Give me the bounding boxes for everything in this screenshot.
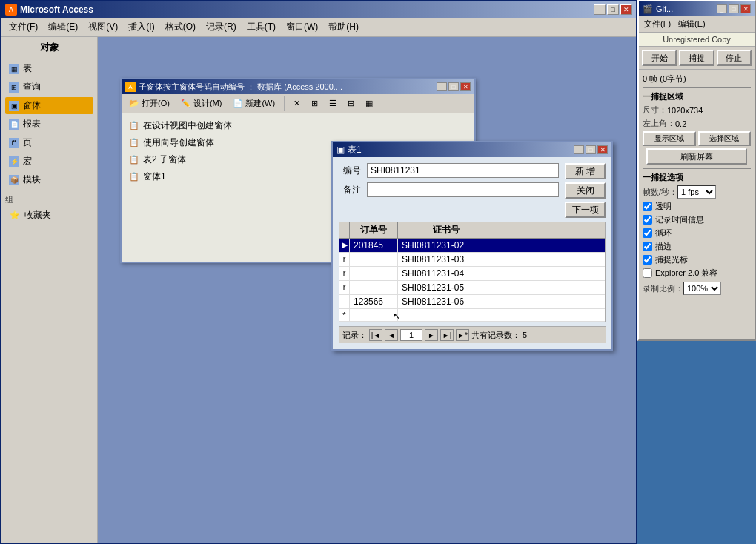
sidebar-item-macro[interactable]: ⚡ 宏 (5, 153, 93, 170)
gif-minimize-button[interactable]: _ (717, 4, 727, 13)
table-row[interactable]: ▶ 201845 SHI0811231-02 (339, 239, 605, 253)
nav-label-query: 查询 (23, 81, 41, 93)
size-row: 尺寸： 756x544 (643, 105, 751, 116)
start-button[interactable]: 开始 (642, 50, 677, 66)
db-tool3[interactable]: ☰ (325, 96, 341, 110)
menu-view[interactable]: 视图(V) (84, 19, 122, 35)
navigation-bar: 记录： |◄ ◄ ► ►| ►* 共有记录数： 5 (339, 326, 606, 343)
sidebar-item-module[interactable]: 📦 模块 (5, 171, 93, 188)
close-form-button[interactable]: 关闭 (565, 182, 606, 199)
gif-title-left: 🎬 Gif... (643, 4, 673, 14)
db-toolbar: 📂 打开(O) ✏️ 设计(M) 📄 新建(W) ✕ (122, 94, 474, 113)
form-fields-area: 编号 备注 新 增 关闭 下一 (339, 163, 606, 218)
favorites-icon: ⭐ (9, 210, 21, 222)
topleft-label: 左上角： (643, 118, 675, 129)
form-close-button[interactable]: ✕ (597, 145, 608, 154)
menu-window[interactable]: 窗口(W) (282, 19, 322, 35)
beizhu-input[interactable] (367, 182, 559, 197)
sidebar-item-favorites[interactable]: ⭐ 收藏夹 (5, 207, 93, 224)
db-delete-button[interactable]: ✕ (289, 96, 305, 110)
scale-select[interactable]: 100% 75% 50% (683, 282, 721, 295)
divider-2 (643, 168, 751, 169)
show-area-button[interactable]: 显示区域 (643, 131, 696, 146)
record-time-label: 记录时间信息 (655, 214, 704, 225)
minimize-button[interactable]: _ (594, 4, 606, 15)
capture-button[interactable]: 捕捉 (679, 50, 714, 66)
capture-area-section: 一捕捉区域 尺寸： 756x544 左上角： 0.2 显示区域 选择区域 刷新… (643, 91, 751, 165)
db-tool5[interactable]: ▦ (361, 96, 377, 110)
menu-edit[interactable]: 编辑(E) (44, 19, 82, 35)
close-button[interactable]: ✕ (620, 4, 632, 15)
table-row[interactable]: 123566 SHI0811231-06 (339, 295, 605, 309)
refresh-button[interactable]: 刷新屏幕 (646, 148, 747, 165)
gif-close-button[interactable]: ✕ (740, 4, 751, 13)
grid-header-col1: 订单号 (350, 222, 398, 238)
table-row[interactable]: r SHI0811231-05 (339, 281, 605, 295)
db-design-icon: ✏️ (181, 99, 191, 108)
explorer-label: Explorer 2.0 兼容 (655, 268, 717, 279)
db-list-item-create-design[interactable]: 📋 在设计视图中创建窗体 (125, 117, 471, 134)
db-list-label-form1: 窗体1 (143, 170, 166, 183)
db-maximize-button[interactable]: □ (448, 82, 459, 91)
form-maximize-button[interactable]: □ (586, 145, 596, 154)
loop-checkbox[interactable] (643, 228, 652, 238)
bianhao-input[interactable] (367, 163, 559, 178)
record-time-checkbox[interactable] (643, 215, 652, 225)
first-record-button[interactable]: |◄ (369, 329, 382, 341)
current-record-input[interactable] (400, 329, 422, 341)
db-design-button[interactable]: ✏️ 设计(M) (176, 96, 227, 111)
db-icon: A (125, 82, 136, 92)
access-icon: A (5, 4, 17, 16)
db-tool2[interactable]: ⊞ (307, 96, 322, 110)
stop-button[interactable]: 停止 (717, 50, 752, 66)
transparent-checkbox[interactable] (643, 202, 652, 211)
menu-record[interactable]: 记录(R) (202, 19, 241, 35)
gif-menu-edit[interactable]: 编辑(E) (676, 18, 708, 30)
scale-label: 录制比例： (643, 283, 683, 294)
menu-help[interactable]: 帮助(H) (324, 19, 363, 35)
db-new-icon: 📄 (233, 99, 243, 108)
row3-col1 (350, 267, 398, 280)
db-new-button[interactable]: 📄 新建(W) (228, 96, 279, 111)
sidebar-item-query[interactable]: ⊞ 查询 (5, 79, 93, 96)
gif-maximize-button[interactable]: □ (729, 4, 739, 13)
explorer-checkbox[interactable] (643, 268, 652, 278)
maximize-button[interactable]: □ (607, 4, 619, 15)
db-close-button[interactable]: ✕ (460, 82, 471, 91)
form-minimize-button[interactable]: _ (574, 145, 584, 154)
new-record-button[interactable]: ►* (456, 329, 469, 341)
border-checkbox[interactable] (643, 242, 652, 251)
row-marker-new: * (339, 309, 350, 321)
select-area-button[interactable]: 选择区域 (698, 131, 752, 146)
sidebar-item-report[interactable]: 📄 报表 (5, 116, 93, 133)
db-new-label: 新建(W) (245, 98, 275, 109)
menu-format[interactable]: 格式(O) (161, 19, 200, 35)
gif-menu-file[interactable]: 文件(F) (642, 18, 673, 30)
db-minimize-button[interactable]: _ (437, 82, 447, 91)
table-row[interactable]: r SHI0811231-04 (339, 267, 605, 281)
next-record-button[interactable]: ► (425, 329, 438, 341)
sidebar-item-page[interactable]: 🗒 页 (5, 134, 93, 151)
db-open-button[interactable]: 📂 打开(O) (125, 96, 174, 111)
row1-col1: 201845 (350, 239, 398, 252)
db-tool4[interactable]: ⊟ (343, 96, 359, 110)
prev-record-button[interactable]: ◄ (385, 329, 398, 341)
sidebar-item-table[interactable]: ▦ 表 (5, 60, 93, 77)
new-button[interactable]: 新 增 (565, 163, 606, 179)
table-row-new[interactable]: * ↖ (339, 309, 605, 322)
next-button[interactable]: 下一项 (565, 202, 606, 218)
cursor-checkbox[interactable] (643, 255, 652, 265)
size-label: 尺寸： (643, 105, 667, 116)
total-label: 共有记录数： (471, 330, 520, 341)
db-title-bar: A 子窗体按主窗体号码自动编号 ： 数据库 (Access 2000.... _… (122, 79, 474, 94)
form2-icon: 📋 (129, 155, 139, 165)
menu-file[interactable]: 文件(F) (4, 19, 42, 35)
fps-select[interactable]: 1 fps 5 fps 10 fps (677, 185, 716, 199)
nav-label-page: 页 (23, 136, 32, 149)
menu-insert[interactable]: 插入(I) (124, 19, 159, 35)
menu-tools[interactable]: 工具(T) (242, 19, 280, 35)
table-row[interactable]: r SHI0811231-03 (339, 253, 605, 267)
row-marker-5 (339, 295, 350, 308)
last-record-button[interactable]: ►| (440, 329, 454, 341)
sidebar-item-form[interactable]: ▣ 窗体 (5, 97, 93, 114)
